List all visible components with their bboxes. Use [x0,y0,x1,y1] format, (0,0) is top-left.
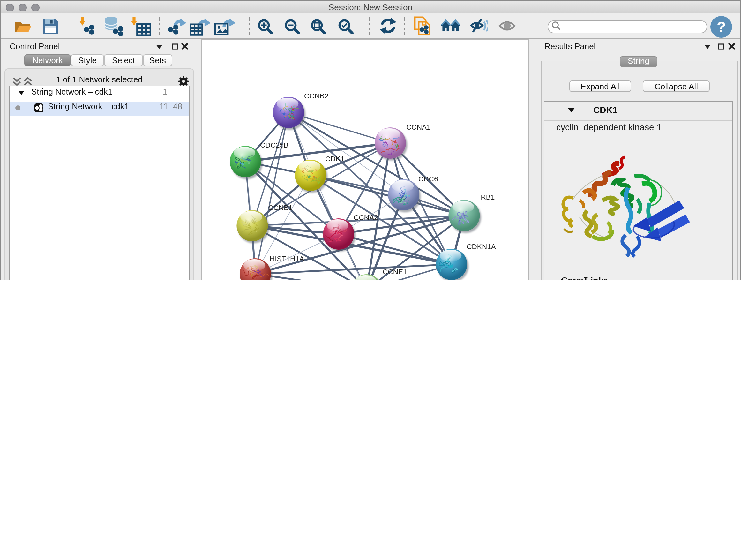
svg-text:CDC6: CDC6 [418,175,438,183]
svg-text:CCNB1: CCNB1 [268,204,293,212]
svg-text:RB1: RB1 [481,193,495,201]
svg-text:CDC25B: CDC25B [260,141,288,149]
svg-text:CDK1: CDK1 [325,155,344,163]
svg-text:CDKN1A: CDKN1A [467,243,496,251]
svg-text:HIST1H1A: HIST1H1A [270,255,305,263]
svg-text:CCNA2: CCNA2 [354,213,378,222]
svg-text:CCNE1: CCNE1 [383,268,407,276]
svg-text:CCNA1: CCNA1 [406,123,431,131]
svg-text:CCNB2: CCNB2 [304,92,329,100]
svg-text:?: ? [717,18,726,35]
